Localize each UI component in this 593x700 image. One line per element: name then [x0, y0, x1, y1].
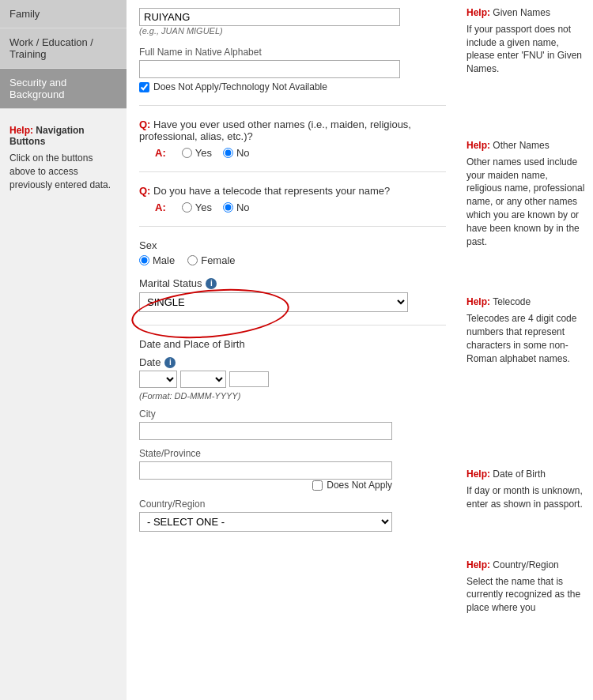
- country-field: Country/Region - SELECT ONE -: [139, 499, 446, 532]
- native-alphabet-label: Full Name in Native Alphabet: [139, 47, 446, 58]
- telecode-no-option: No: [223, 201, 250, 213]
- date-year-input[interactable]: [229, 371, 269, 387]
- country-select[interactable]: - SELECT ONE -: [139, 512, 392, 532]
- sex-male-radio[interactable]: [139, 255, 149, 265]
- given-name-row: RUIYANG (e.g., JUAN MIGUEL): [139, 8, 446, 36]
- help-telecode: Help: Telecode Telecodes are 4 digit cod…: [466, 295, 585, 365]
- main-content: RUIYANG (e.g., JUAN MIGUEL) Full Name in…: [127, 0, 593, 700]
- other-names-no-radio[interactable]: [223, 148, 233, 158]
- help-country: Help: Country/Region Select the name tha…: [466, 559, 585, 615]
- marital-info-icon[interactable]: i: [206, 278, 217, 289]
- telecode-yes-option: Yes: [182, 201, 212, 213]
- sex-female-radio[interactable]: [187, 255, 198, 265]
- country-label: Country/Region: [139, 499, 446, 510]
- sidebar: Family Work / Education / Training Secur…: [0, 0, 127, 700]
- help-section: Help: Given Names If your passport does …: [459, 0, 593, 700]
- sidebar-item-security[interactable]: Security and Background: [0, 69, 127, 109]
- help-other-names: Help: Other Names Other names used inclu…: [466, 139, 585, 248]
- telecode-block: Q: Do you have a telecode that represent…: [139, 185, 446, 213]
- telecode-answer-row: A: Yes No: [139, 201, 446, 213]
- date-day-select[interactable]: [139, 371, 177, 388]
- native-checkbox-row: Does Not Apply/Technology Not Available: [139, 81, 446, 92]
- state-does-not-apply-label: Does Not Apply: [327, 480, 392, 491]
- sex-section: Sex Male Female: [139, 239, 446, 266]
- help-given-names-title: Help: Given Names: [466, 6, 585, 20]
- given-name-input[interactable]: RUIYANG: [139, 8, 400, 26]
- other-names-no-option: No: [223, 147, 250, 159]
- other-names-question: Q: Have you ever used other names (i.e.,…: [139, 119, 446, 142]
- sex-female-option: Female: [187, 254, 235, 266]
- help-dob-title: Help: Date of Birth: [466, 468, 585, 481]
- date-label-row: Date i: [139, 356, 446, 368]
- telecode-question: Q: Do you have a telecode that represent…: [139, 185, 446, 197]
- city-input[interactable]: [139, 422, 392, 440]
- native-alphabet-input[interactable]: [139, 60, 400, 78]
- given-name-hint: (e.g., JUAN MIGUEL): [139, 26, 446, 36]
- birth-title: Date and Place of Birth: [139, 338, 446, 350]
- birth-date-field: Date i (Format: DD-MMM-YYYY): [139, 356, 446, 401]
- help-dob: Help: Date of Birth If day or month is u…: [466, 468, 585, 510]
- sidebar-item-family[interactable]: Family: [0, 0, 127, 28]
- help-given-names: Help: Given Names If your passport does …: [466, 6, 585, 76]
- form-section: RUIYANG (e.g., JUAN MIGUEL) Full Name in…: [127, 0, 459, 700]
- city-label: City: [139, 408, 446, 420]
- date-info-icon[interactable]: i: [164, 357, 176, 368]
- help-other-names-body: Other names used include your maiden nam…: [466, 156, 585, 249]
- help-dob-body: If day or month is unknown, enter as sho…: [466, 484, 585, 511]
- help-given-names-body: If your passport does not include a give…: [466, 23, 585, 76]
- help-telecode-body: Telecodes are 4 digit code numbers that …: [466, 312, 585, 365]
- native-alphabet-row: Full Name in Native Alphabet Does Not Ap…: [139, 47, 446, 92]
- state-label: State/Province: [139, 448, 446, 459]
- date-format-hint: (Format: DD-MMM-YYYY): [139, 391, 446, 401]
- other-names-yes-radio[interactable]: [182, 148, 192, 158]
- sidebar-help-body: Click on the buttons above to access pre…: [9, 152, 117, 191]
- state-does-not-apply-checkbox[interactable]: [312, 480, 323, 491]
- telecode-yes-radio[interactable]: [182, 202, 192, 213]
- other-names-answer-row: A: Yes No: [139, 147, 446, 159]
- city-field: City: [139, 408, 446, 440]
- other-names-block: Q: Have you ever used other names (i.e.,…: [139, 119, 446, 159]
- date-row: [139, 371, 446, 388]
- state-input[interactable]: [139, 461, 392, 480]
- date-month-select[interactable]: [180, 371, 226, 388]
- marital-select[interactable]: SINGLE MARRIED DIVORCED WIDOWED SEPARATE…: [139, 292, 408, 312]
- other-names-yes-option: Yes: [182, 147, 212, 159]
- native-checkbox[interactable]: [139, 82, 149, 92]
- sex-male-option: Male: [139, 254, 175, 266]
- help-country-body: Select the name that is currently recogn…: [466, 575, 585, 615]
- native-checkbox-label: Does Not Apply/Technology Not Available: [153, 81, 327, 92]
- marital-label: Marital Status i: [139, 277, 446, 289]
- date-label: Date: [139, 356, 161, 368]
- state-does-not-apply-row: Does Not Apply: [139, 480, 392, 491]
- sex-label: Sex: [139, 239, 446, 251]
- sidebar-help: Help: Navigation Buttons Click on the bu…: [0, 117, 127, 199]
- help-telecode-title: Help: Telecode: [466, 295, 585, 309]
- state-field: State/Province Does Not Apply: [139, 448, 446, 491]
- telecode-no-radio[interactable]: [223, 202, 233, 213]
- help-other-names-title: Help: Other Names: [466, 139, 585, 152]
- sex-options: Male Female: [139, 254, 446, 266]
- sidebar-help-title: Help: Navigation Buttons: [9, 125, 117, 147]
- marital-section: Marital Status i SINGLE MARRIED DIVORCED…: [139, 277, 446, 312]
- birth-section: Date and Place of Birth Date i: [139, 338, 446, 532]
- help-country-title: Help: Country/Region: [466, 559, 585, 572]
- sidebar-item-work[interactable]: Work / Education / Training: [0, 28, 127, 69]
